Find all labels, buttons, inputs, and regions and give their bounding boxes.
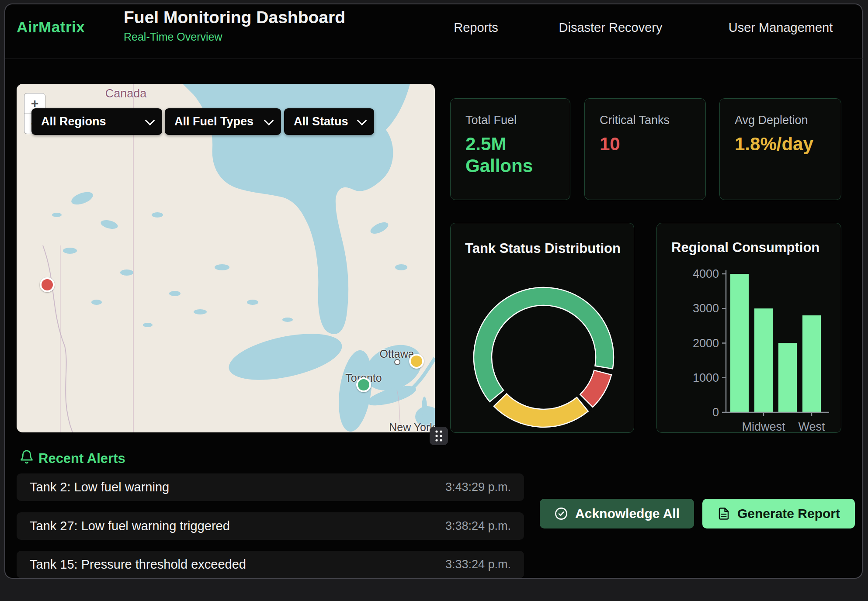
stat-card-avg-depletion: Avg Depletion 1.8%/day — [719, 98, 841, 200]
alert-message: Tank 27: Low fuel warning triggered — [30, 519, 230, 533]
alert-row[interactable]: Tank 2: Low fuel warning 3:43:29 p.m. — [17, 473, 524, 501]
header-divider — [5, 59, 863, 59]
stat-label: Critical Tanks — [600, 114, 691, 127]
y-tick-label: 0 — [712, 406, 719, 419]
map-label-canada: Canada — [105, 87, 147, 100]
chevron-down-icon — [357, 115, 367, 125]
tank-marker-critical[interactable] — [40, 277, 55, 292]
stat-label: Total Fuel — [465, 114, 555, 127]
alert-time: 3:43:29 p.m. — [445, 480, 511, 494]
status-filter-value: All Status — [294, 115, 348, 128]
recent-alerts-title: Recent Alerts — [38, 451, 125, 466]
stat-label: Avg Depletion — [735, 114, 826, 127]
regional-consumption-card: Regional Consumption 01000200030004000Mi… — [656, 223, 841, 433]
regional-consumption-bar-chart: 01000200030004000MidwestWest — [657, 223, 842, 433]
tank-marker-normal[interactable] — [356, 377, 371, 392]
stat-value: 10 — [600, 133, 691, 155]
donut-slice-critical — [580, 370, 611, 407]
stat-card-critical-tanks: Critical Tanks 10 — [584, 98, 706, 200]
map-canvas[interactable]: Canada Ottawa Toronto New York + − All R… — [17, 84, 435, 432]
y-tick-label: 4000 — [693, 267, 719, 280]
nav-disaster-recovery[interactable]: Disaster Recovery — [559, 21, 663, 35]
bar-region-0 — [730, 274, 749, 412]
stat-card-total-fuel: Total Fuel 2.5M Gallons — [450, 98, 570, 200]
tank-status-donut-chart — [451, 223, 635, 433]
alert-message: Tank 2: Low fuel warning — [30, 480, 169, 494]
alert-message: Tank 15: Pressure threshold exceeded — [30, 557, 246, 572]
alert-time: 3:33:24 p.m. — [445, 558, 511, 571]
alert-row[interactable]: Tank 27: Low fuel warning triggered 3:38… — [17, 512, 524, 540]
bell-icon — [19, 449, 34, 465]
bar-region-3 — [802, 315, 821, 412]
acknowledge-all-label: Acknowledge All — [575, 506, 680, 521]
app-logo: AirMatrix — [17, 18, 85, 36]
map-resize-handle[interactable] — [430, 427, 448, 445]
page-title: Fuel Monitoring Dashboard — [124, 8, 345, 27]
map-label-ottawa: Ottawa — [379, 348, 414, 360]
y-tick-label: 2000 — [693, 337, 719, 350]
stat-value: 2.5M Gallons — [465, 133, 555, 177]
stat-value: 1.8%/day — [735, 133, 826, 155]
donut-slice-warning — [494, 394, 588, 427]
tank-marker-warning[interactable] — [409, 354, 424, 369]
check-circle-icon — [554, 507, 568, 521]
nav-reports[interactable]: Reports — [454, 21, 498, 35]
fuel-type-filter-value: All Fuel Types — [174, 115, 253, 128]
report-document-icon — [717, 507, 730, 521]
generate-report-label: Generate Report — [737, 506, 840, 521]
y-tick-label: 1000 — [693, 371, 719, 384]
page-subtitle: Real-Time Overview — [124, 31, 345, 43]
status-filter-dropdown[interactable]: All Status — [284, 108, 374, 135]
tank-status-card: Tank Status Distribution — [450, 223, 634, 433]
alert-time: 3:38:24 p.m. — [445, 519, 511, 533]
page-header: Fuel Monitoring Dashboard Real-Time Over… — [124, 8, 345, 43]
ottawa-town-icon — [394, 359, 400, 365]
bar-region-1 — [754, 308, 773, 412]
alert-row[interactable]: Tank 15: Pressure threshold exceeded 3:3… — [17, 551, 524, 578]
acknowledge-all-button[interactable]: Acknowledge All — [540, 499, 694, 528]
dashboard-root: AirMatrix Fuel Monitoring Dashboard Real… — [0, 0, 868, 601]
map-label-new-york: New York — [389, 421, 435, 433]
nav-user-management[interactable]: User Management — [729, 21, 833, 35]
chevron-down-icon — [264, 115, 274, 125]
drag-dots-icon — [434, 429, 444, 442]
y-tick-label: 3000 — [693, 302, 719, 315]
x-tick-label: West — [798, 420, 825, 433]
chevron-down-icon — [145, 115, 155, 125]
fuel-type-filter-dropdown[interactable]: All Fuel Types — [165, 108, 281, 135]
region-filter-dropdown[interactable]: All Regions — [31, 108, 162, 135]
x-tick-label: Midwest — [742, 420, 785, 433]
region-filter-value: All Regions — [41, 115, 106, 128]
generate-report-button[interactable]: Generate Report — [702, 499, 855, 528]
bar-region-2 — [778, 343, 797, 413]
